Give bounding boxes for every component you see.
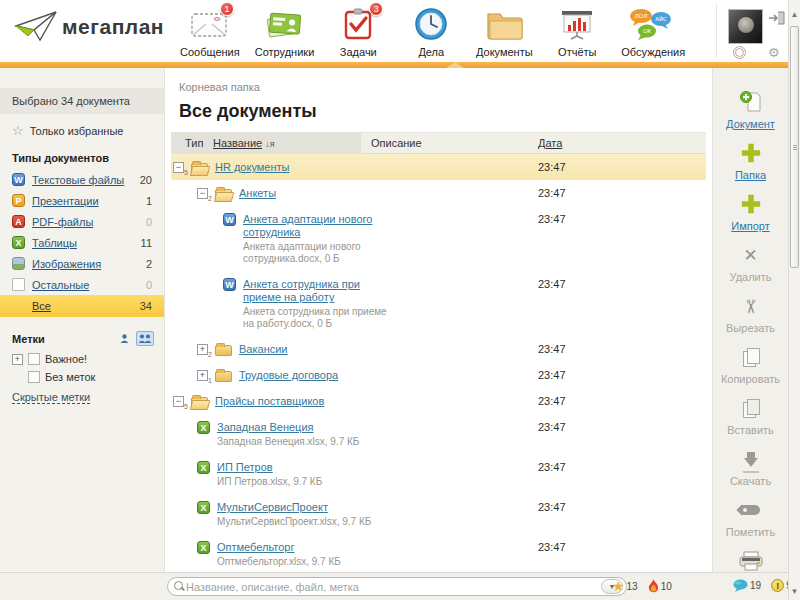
add-document-button[interactable]: Документ	[713, 90, 788, 132]
breadcrumb[interactable]: Корневая папка	[179, 81, 712, 93]
user-avatar[interactable]	[728, 9, 763, 44]
expand-toggle[interactable]: +2	[197, 344, 208, 355]
header-divider	[716, 4, 717, 58]
presentation-file-icon	[12, 194, 25, 207]
folder-link[interactable]: Вакансии	[239, 343, 288, 355]
sidebar-item-others[interactable]: Остальные 0	[0, 274, 164, 295]
nav-documents[interactable]: Документы	[475, 3, 533, 58]
sidebar-item-tables[interactable]: Таблицы 11	[0, 232, 164, 253]
label-expand-toggle[interactable]: +	[12, 354, 23, 365]
clock-icon	[414, 7, 448, 41]
table-row[interactable]: ИП Петров ИП Петров.xlsx, 9.7 КБ 23:47	[171, 454, 706, 494]
label-item-no-labels[interactable]: Без меток	[0, 368, 164, 386]
table-row[interactable]: −5 HR документы 23:47	[171, 154, 706, 180]
document-link[interactable]: Анкета сотрудника при приеме на работу	[243, 278, 360, 303]
label-checkbox[interactable]	[28, 353, 40, 365]
sidebar-item-pdf[interactable]: PDF-файлы 0	[0, 211, 164, 232]
favorites-filter[interactable]: ☆ Только избранные	[0, 114, 164, 146]
folder-link[interactable]: Трудовые договора	[239, 369, 338, 381]
folder-open-icon	[215, 189, 232, 200]
logout-icon[interactable]	[768, 10, 786, 26]
main-nav: 1 Сообщения Сотр	[180, 3, 685, 58]
my-labels-toggle[interactable]	[115, 331, 133, 346]
logo-text: мегаплан	[62, 15, 164, 39]
megaplan-logo[interactable]: мегаплан	[14, 10, 164, 44]
expand-toggle[interactable]: +1	[197, 370, 208, 381]
column-date[interactable]: Дата	[538, 137, 562, 149]
add-folder-button[interactable]: Папка	[713, 141, 788, 183]
comments-counter[interactable]: 19	[733, 579, 761, 592]
clipboard-check-icon	[343, 8, 373, 40]
selection-status: Выбрано 34 документа	[0, 88, 164, 114]
mark-button[interactable]: Пометить	[713, 498, 788, 540]
sidebar-item-text-files[interactable]: Текстовые файлы 20	[0, 169, 164, 190]
search-input[interactable]	[186, 581, 601, 593]
table-row[interactable]: −2 Анкеты 23:47	[171, 180, 706, 206]
label-checkbox[interactable]	[28, 371, 40, 383]
document-link[interactable]: МультиСервисПроект	[217, 501, 328, 513]
vertical-scrollbar[interactable]: ▲ ▼	[788, 0, 800, 600]
nav-deals[interactable]: Дела	[402, 3, 460, 58]
hidden-labels-link[interactable]: Скрытые метки	[12, 391, 90, 404]
file-info: Западная Венеция.xlsx, 9.7 КБ	[217, 436, 382, 448]
help-lifebuoy-icon[interactable]	[733, 46, 746, 59]
table-row[interactable]: Анкета адаптации нового сотрудника Анкет…	[171, 206, 706, 271]
scroll-down-arrow[interactable]: ▼	[789, 587, 800, 596]
import-button[interactable]: Импорт	[713, 192, 788, 234]
search-box[interactable]: ▼	[167, 577, 627, 596]
table-row[interactable]: −5 Прайсы поставщиков 23:47	[171, 388, 706, 414]
table-row[interactable]: Оптмебельторг Оптмебельторг.xlsx, 9.7 КБ…	[171, 534, 706, 572]
folder-open-icon	[191, 163, 208, 174]
paste-button[interactable]: Вставить	[713, 396, 788, 438]
settings-gear-icon[interactable]: ⚙	[768, 45, 780, 60]
nav-messages[interactable]: 1 Сообщения	[180, 3, 240, 58]
copy-button[interactable]: Копировать	[713, 345, 788, 387]
scrollbar-thumb[interactable]	[790, 26, 799, 268]
table-row[interactable]: Анкета сотрудника при приеме на работу А…	[171, 271, 706, 336]
collapse-toggle[interactable]: −5	[173, 162, 184, 173]
sidebar-item-presentations[interactable]: Презентации 1	[0, 190, 164, 211]
messages-badge: 1	[220, 2, 234, 16]
table-row[interactable]: Западная Венеция Западная Венеция.xlsx, …	[171, 414, 706, 454]
label-item-important[interactable]: + Важное!	[0, 350, 164, 368]
sidebar-item-images[interactable]: Изображения 2	[0, 253, 164, 274]
sidebar-item-all[interactable]: Все 34	[0, 295, 164, 317]
table-row[interactable]: +1 Трудовые договора 23:47	[171, 362, 706, 388]
document-link[interactable]: Оптмебельторг	[217, 541, 295, 553]
favorites-counter[interactable]: ★ 13	[612, 580, 638, 592]
hot-counter[interactable]: 10	[648, 579, 672, 593]
footer-bar: ▼ ★ 13 10 19 9	[0, 572, 788, 600]
cut-button[interactable]: ✂ Вырезать	[713, 294, 788, 336]
document-link[interactable]: Западная Венеция	[217, 421, 314, 433]
nav-employees[interactable]: Сотрудники	[255, 3, 315, 58]
scroll-up-arrow[interactable]: ▲	[789, 10, 800, 19]
document-link[interactable]: Анкета адаптации нового сотрудника	[243, 213, 372, 238]
nav-reports[interactable]: Отчёты	[548, 3, 606, 58]
folder-link[interactable]: Анкеты	[239, 187, 276, 199]
column-description: Описание	[371, 137, 422, 149]
word-file-icon	[12, 173, 25, 186]
nav-tasks[interactable]: 3 Задачи	[329, 3, 387, 58]
add-plus-icon	[740, 142, 762, 164]
tag-icon	[742, 505, 760, 515]
file-info: ИП Петров.xlsx, 9.7 КБ	[217, 476, 382, 488]
document-link[interactable]: ИП Петров	[217, 461, 273, 473]
tasks-badge: 3	[369, 2, 383, 16]
delete-button[interactable]: ✕ Удалить	[713, 243, 788, 285]
folder-link[interactable]: Прайсы поставщиков	[215, 395, 324, 407]
paste-icon	[743, 399, 759, 417]
collapse-toggle[interactable]: −5	[173, 396, 184, 407]
word-file-icon	[223, 213, 236, 226]
download-button[interactable]: Скачать	[713, 447, 788, 489]
collapse-toggle[interactable]: −2	[197, 188, 208, 199]
types-heading: Типы документов	[0, 146, 164, 169]
table-row[interactable]: МультиСервисПроект МультиСервисПроект.xl…	[171, 494, 706, 534]
row-date: 23:47	[538, 161, 566, 173]
nav-discussions[interactable]: ЛОЛ АЙС ОК Обсуждения	[621, 3, 685, 58]
table-row[interactable]: +2 Вакансии 23:47	[171, 336, 706, 362]
comment-icon	[733, 579, 748, 592]
folder-link[interactable]: HR документы	[215, 161, 290, 173]
all-labels-toggle[interactable]	[136, 331, 154, 346]
folder-open-icon	[191, 397, 208, 408]
person-icon	[120, 334, 129, 344]
